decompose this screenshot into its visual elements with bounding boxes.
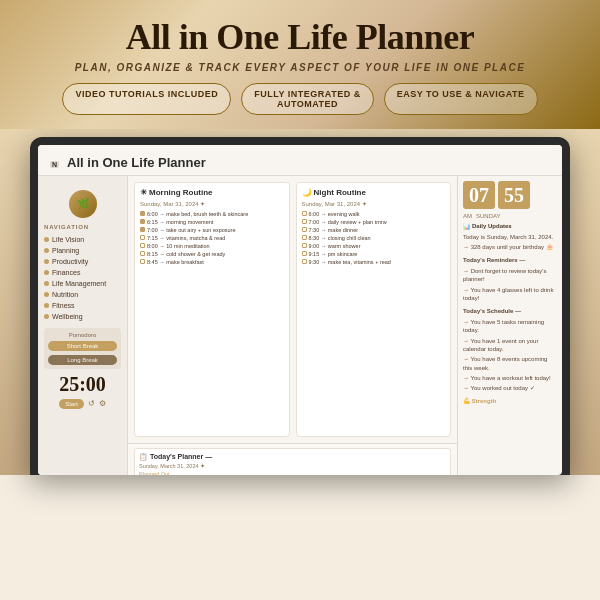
- checkbox-3[interactable]: [140, 227, 145, 232]
- nav-dot-icon: [44, 292, 49, 297]
- nav-label: NAVIGATION: [44, 224, 121, 230]
- night-item-1: 6:00 → evening walk: [302, 210, 446, 218]
- sidebar-item-life-management[interactable]: Life Management: [44, 278, 121, 289]
- nav-dot-icon: [44, 314, 49, 319]
- badge-integrated: FULLY INTEGRATED & AUTOMATED: [241, 83, 373, 115]
- laptop-screen: N All in One Life Planner 🌿 NAVIGATION L…: [38, 145, 562, 475]
- sidebar: 🌿 NAVIGATION Life Vision Planning Produc…: [38, 176, 128, 475]
- main-title: All in One Life Planner: [20, 18, 580, 58]
- moon-icon: 🌙: [302, 188, 312, 197]
- update-strength: 💪 Strength: [463, 396, 557, 406]
- main-content: ☀ Morning Routine Sunday, Mar 31, 2024 ✦…: [128, 176, 457, 475]
- sidebar-item-wellbeing[interactable]: Wellbeing: [44, 311, 121, 322]
- update-item-birthday: → 328 days until your birthday 🎂: [463, 242, 557, 252]
- night-item-5: 9:00 → warm shower: [302, 242, 446, 250]
- night-checkbox-3[interactable]: [302, 227, 307, 232]
- nav-dot-icon: [44, 259, 49, 264]
- night-routine-card: 🌙 Night Routine Sunday, Mar 31, 2024 ✦ 6…: [296, 182, 452, 437]
- clock-day: SUNDAY: [476, 213, 501, 219]
- sidebar-item-fitness[interactable]: Fitness: [44, 300, 121, 311]
- night-checkbox-4[interactable]: [302, 235, 307, 240]
- badge-tutorials: VIDEO TUTORIALS INCLUDED: [62, 83, 231, 115]
- night-item-3: 7:30 → make dinner: [302, 226, 446, 234]
- night-routine-date: Sunday, Mar 31, 2024 ✦: [302, 200, 446, 207]
- morning-item-6: 8:15 → cold shower & get ready: [140, 250, 284, 258]
- nav-dot-icon: [44, 281, 49, 286]
- short-break-button[interactable]: Short Break: [48, 341, 117, 351]
- checkbox-5[interactable]: [140, 243, 145, 248]
- nav-dot-icon: [44, 270, 49, 275]
- update-item-glasses: → You have 4 glasses left to drink today…: [463, 285, 557, 304]
- morning-item-2: 6:15 → morning movement: [140, 218, 284, 226]
- night-checkbox-6[interactable]: [302, 251, 307, 256]
- sidebar-item-nutrition[interactable]: Nutrition: [44, 289, 121, 300]
- update-item-events-week: → You have 8 events upcoming this week.: [463, 354, 557, 373]
- clock-hour: 07: [463, 181, 495, 209]
- nav-dot-icon: [44, 303, 49, 308]
- night-checkbox-7[interactable]: [302, 259, 307, 264]
- badge-navigate: EASY TO USE & NAVIGATE: [384, 83, 538, 115]
- timer-display: 25:00: [44, 373, 121, 396]
- updates-section: 📊 Daily Updates Today is Sunday, March 3…: [463, 223, 557, 407]
- night-checkbox-2[interactable]: [302, 219, 307, 224]
- night-item-2: 7:00 → daily review + plan tmrw: [302, 218, 446, 226]
- sidebar-item-finances[interactable]: Finances: [44, 267, 121, 278]
- nav-dot-icon: [44, 237, 49, 242]
- long-break-button[interactable]: Long Break: [48, 355, 117, 365]
- update-item-workout: → You have a workout left today!: [463, 373, 557, 383]
- clock-ampm: AM: [463, 213, 472, 219]
- timer-settings-icon[interactable]: ⚙: [99, 399, 106, 409]
- planner-sub: Planned Out: [139, 471, 446, 475]
- planner-card-title: 📋 Today's Planner —: [139, 453, 446, 461]
- clock-meta: AM SUNDAY: [463, 213, 557, 219]
- morning-item-1: 6:00 → make bed, brush teeth & skincare: [140, 210, 284, 218]
- notion-icon: N: [50, 161, 59, 168]
- morning-routine-card: ☀ Morning Routine Sunday, Mar 31, 2024 ✦…: [134, 182, 290, 437]
- morning-routine-date: Sunday, Mar 31, 2024 ✦: [140, 200, 284, 207]
- night-item-7: 9:30 → make tea, vitamins + read: [302, 258, 446, 266]
- timer-reset-icon[interactable]: ↺: [88, 399, 95, 409]
- checkbox-7[interactable]: [140, 259, 145, 264]
- night-checkbox-1[interactable]: [302, 211, 307, 216]
- morning-routine-title: ☀ Morning Routine: [140, 188, 284, 197]
- sidebar-item-life-vision[interactable]: Life Vision: [44, 234, 121, 245]
- night-item-4: 8:30 → closing chill clean: [302, 234, 446, 242]
- laptop-container: N All in One Life Planner 🌿 NAVIGATION L…: [0, 129, 600, 475]
- checkbox-2[interactable]: [140, 219, 145, 224]
- planner-icon: 📋: [139, 453, 150, 460]
- checkbox-1[interactable]: [140, 211, 145, 216]
- morning-item-4: 7:15 → vitamins, matcha & read: [140, 234, 284, 242]
- clock-minute: 55: [498, 181, 530, 209]
- sidebar-item-productivity[interactable]: Productivity: [44, 256, 121, 267]
- checkbox-6[interactable]: [140, 251, 145, 256]
- clock-display: 07 55: [463, 181, 557, 209]
- pomodoro-section: Pomodoro Short Break Long Break: [44, 328, 121, 369]
- update-item-event: → You have 1 event on your calendar toda…: [463, 336, 557, 355]
- right-panel: 07 55 AM SUNDAY 📊 Daily Updates Today is: [457, 176, 562, 475]
- banner-subtitle: PLAN, ORGANIZE & TRACK EVERY ASPECT OF Y…: [20, 62, 580, 73]
- night-item-6: 9:15 → pm skincare: [302, 250, 446, 258]
- planner-row: 📋 Today's Planner — Sunday, March 31, 20…: [128, 443, 457, 475]
- app-header: N All in One Life Planner: [38, 145, 562, 176]
- strength-icon: 💪: [463, 398, 472, 404]
- sun-icon: ☀: [140, 188, 147, 197]
- update-item-worked-out: → You worked out today ✓: [463, 383, 557, 393]
- routines-row: ☀ Morning Routine Sunday, Mar 31, 2024 ✦…: [128, 176, 457, 443]
- feature-badges: VIDEO TUTORIALS INCLUDED FULLY INTEGRATE…: [20, 83, 580, 115]
- update-reminders-label: Today's Reminders —: [463, 255, 557, 265]
- checkbox-4[interactable]: [140, 235, 145, 240]
- sidebar-item-planning[interactable]: Planning: [44, 245, 121, 256]
- morning-item-3: 7:00 → take out airy + sun exposure: [140, 226, 284, 234]
- nav-dot-icon: [44, 248, 49, 253]
- app-header-title: All in One Life Planner: [67, 155, 206, 170]
- planner-date: Sunday, March 31, 2024 ✦: [139, 463, 446, 469]
- update-item-planner: → Dont forget to review today's planner!: [463, 266, 557, 285]
- planner-card: 📋 Today's Planner — Sunday, March 31, 20…: [134, 448, 451, 475]
- night-checkbox-5[interactable]: [302, 243, 307, 248]
- pomodoro-label: Pomodoro: [48, 332, 117, 338]
- start-timer-button[interactable]: Start: [59, 399, 84, 409]
- banner-section: All in One Life Planner PLAN, ORGANIZE &…: [0, 0, 600, 129]
- laptop-mockup: N All in One Life Planner 🌿 NAVIGATION L…: [30, 137, 570, 475]
- update-schedule-label: Today's Schedule —: [463, 306, 557, 316]
- morning-item-5: 8:00 → 10 min meditation: [140, 242, 284, 250]
